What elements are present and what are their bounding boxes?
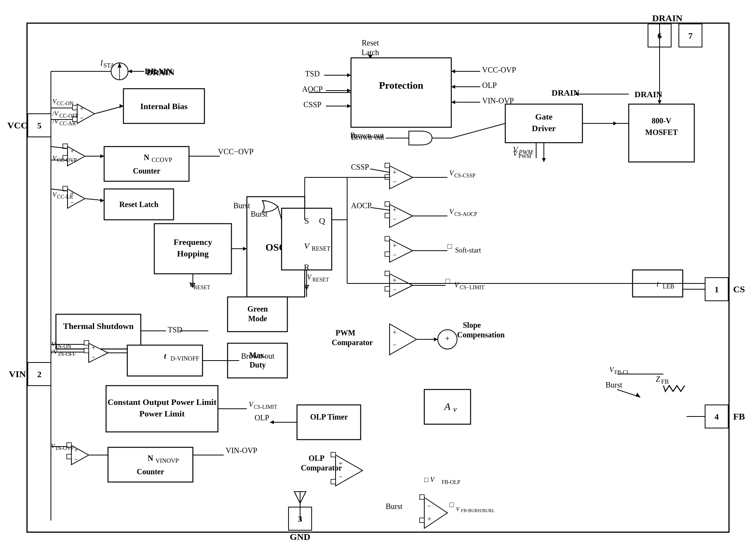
svg-text:A: A	[444, 401, 451, 412]
svg-text:VIN-OVP: VIN-OVP	[226, 446, 257, 455]
svg-text:FB: FB	[661, 378, 669, 385]
svg-text:Burst: Burst	[386, 502, 403, 511]
svg-text:+: +	[445, 334, 450, 343]
svg-text:VINOVP: VINOVP	[155, 457, 179, 464]
freq-hopping-label: Frequency	[174, 237, 212, 247]
svg-text:N: N	[144, 153, 150, 162]
svg-text:RESET: RESET	[194, 285, 210, 290]
svg-marker-39	[451, 100, 455, 104]
svg-text:Burst: Burst	[606, 381, 623, 389]
svg-text:□: □	[449, 501, 454, 509]
svg-text:CCOVP: CCOVP	[152, 157, 172, 163]
svg-text:V: V	[307, 273, 312, 281]
svg-text:Soft-start: Soft-start	[455, 246, 481, 254]
svg-text:V: V	[449, 169, 454, 177]
svg-text:+: +	[393, 329, 397, 336]
svg-text:Z: Z	[656, 375, 660, 383]
svg-rect-159	[385, 236, 390, 241]
svg-marker-69	[128, 69, 132, 73]
svg-text:V: V	[456, 506, 460, 512]
svg-marker-114	[100, 199, 104, 202]
svg-rect-255	[420, 518, 424, 523]
svg-rect-195	[84, 348, 89, 353]
svg-text:AOCP: AOCP	[351, 201, 371, 210]
svg-line-52	[451, 123, 505, 138]
svg-text:Gate: Gate	[535, 112, 552, 121]
svg-rect-243	[331, 452, 336, 457]
svg-text:+: +	[427, 515, 431, 523]
svg-marker-101	[100, 154, 104, 158]
gnd-label: GND	[290, 532, 310, 542]
svg-text:+: +	[74, 446, 78, 454]
svg-text:OLP Timer: OLP Timer	[310, 413, 348, 421]
svg-text:800-V: 800-V	[651, 116, 672, 125]
svg-marker-24	[347, 73, 351, 77]
svg-text:Green: Green	[248, 305, 268, 313]
svg-line-79	[94, 106, 123, 114]
diagram-container: 5 VCC 2 VIN 1 CS 4 FB 3 GND 6 7 DRAIN Pr…	[0, 0, 756, 558]
svg-text:N: N	[148, 454, 154, 462]
svg-text:Comparator: Comparator	[301, 464, 342, 472]
svg-text:Q: Q	[319, 216, 325, 226]
svg-text:PWM: PWM	[336, 329, 355, 337]
svg-text:MOSFET: MOSFET	[645, 128, 678, 137]
protection-label: Protection	[379, 80, 424, 91]
svg-text:+: +	[70, 147, 74, 155]
svg-rect-167	[385, 271, 390, 276]
svg-rect-244	[331, 479, 336, 484]
svg-text:Slope: Slope	[463, 321, 481, 330]
svg-text:RESET: RESET	[312, 277, 329, 283]
svg-text:Reset: Reset	[362, 39, 379, 47]
svg-text:CSSP: CSSP	[351, 163, 369, 171]
svg-text:−: −	[70, 199, 74, 206]
svg-marker-36	[451, 85, 455, 89]
svg-text:−: −	[427, 502, 431, 510]
svg-text:FB-OLP: FB-OLP	[442, 479, 460, 485]
svg-rect-141	[385, 163, 390, 168]
svg-text:Counter: Counter	[137, 467, 164, 476]
svg-text:CS-CSSP: CS-CSSP	[454, 173, 476, 179]
svg-text:CS−LIMIT: CS−LIMIT	[460, 285, 484, 290]
svg-text:Mode: Mode	[248, 314, 267, 323]
svg-text:I: I	[100, 59, 103, 67]
svg-text:4: 4	[715, 412, 719, 421]
thermal-shutdown-label: Thermal Shutdown	[63, 321, 134, 331]
svg-text:□ V: □ V	[424, 476, 435, 484]
svg-text:V: V	[449, 208, 454, 216]
svg-rect-152	[385, 213, 390, 218]
svg-text:V: V	[454, 281, 459, 289]
svg-text:□: □	[447, 242, 452, 250]
svg-marker-124	[243, 247, 247, 251]
svg-text:2: 2	[37, 369, 42, 379]
svg-rect-194	[84, 341, 89, 345]
svg-text:Duty: Duty	[250, 361, 266, 369]
svg-text:Burst: Burst	[251, 210, 268, 218]
svg-text:+: +	[80, 105, 84, 113]
svg-text:5: 5	[37, 121, 42, 130]
svg-text:CC-ON: CC-ON	[57, 101, 74, 106]
svg-rect-216	[67, 454, 71, 459]
svg-text:V: V	[609, 366, 614, 374]
svg-text:Power Limit: Power Limit	[139, 409, 185, 418]
svg-text:Driver: Driver	[532, 123, 556, 133]
svg-line-150	[370, 207, 390, 210]
cs-label: CS	[733, 284, 745, 294]
svg-text:V: V	[249, 401, 254, 408]
drain-top-label: DRAIN	[652, 13, 683, 23]
svg-text:OLP: OLP	[309, 454, 324, 462]
svg-rect-160	[385, 252, 390, 256]
svg-text:−: −	[393, 251, 397, 259]
svg-text:TSD: TSD	[168, 325, 182, 334]
svg-text:−: −	[393, 286, 397, 293]
svg-text:CC-OVP: CC-OVP	[57, 157, 77, 163]
svg-text:+: +	[393, 169, 397, 176]
svg-text:−: −	[393, 215, 397, 223]
svg-text:v: v	[453, 405, 457, 413]
svg-text:+: +	[393, 242, 397, 249]
svg-line-140	[370, 169, 390, 172]
svg-text:CC-AR: CC-AR	[59, 121, 76, 126]
svg-marker-30	[347, 104, 351, 108]
svg-text:RESET: RESET	[312, 245, 331, 252]
svg-marker-33	[451, 69, 455, 73]
svg-rect-87	[104, 147, 189, 181]
